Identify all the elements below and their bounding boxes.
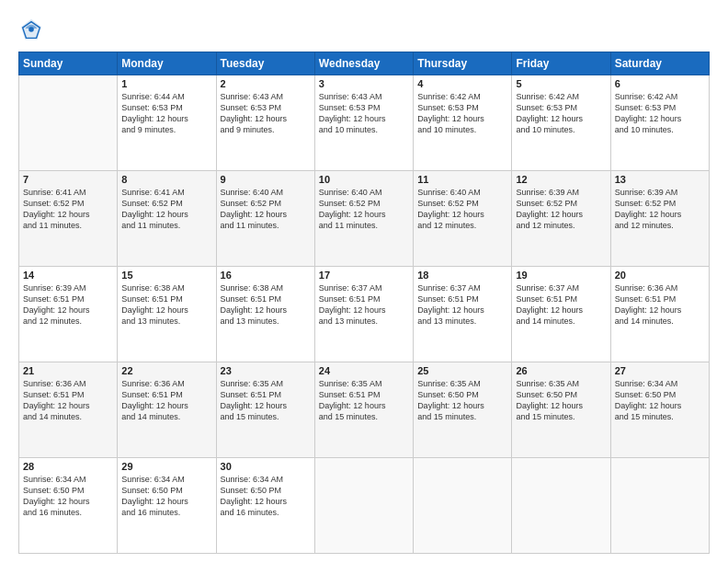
day-info: Sunrise: 6:39 AMSunset: 6:52 PMDaylight:… — [615, 187, 705, 232]
day-header-monday: Monday — [118, 52, 216, 75]
calendar-cell — [19, 75, 118, 171]
day-number: 5 — [516, 78, 606, 89]
day-info: Sunrise: 6:38 AMSunset: 6:51 PMDaylight:… — [221, 282, 311, 327]
day-number: 17 — [319, 270, 409, 281]
day-info: Sunrise: 6:34 AMSunset: 6:50 PMDaylight:… — [615, 378, 705, 423]
day-info: Sunrise: 6:39 AMSunset: 6:52 PMDaylight:… — [516, 187, 606, 232]
logo-icon — [18, 17, 44, 42]
day-info: Sunrise: 6:40 AMSunset: 6:52 PMDaylight:… — [319, 187, 409, 232]
calendar-cell: 9Sunrise: 6:40 AMSunset: 6:52 PMDaylight… — [216, 171, 314, 267]
day-info: Sunrise: 6:35 AMSunset: 6:51 PMDaylight:… — [319, 378, 409, 423]
calendar-cell: 29Sunrise: 6:34 AMSunset: 6:50 PMDayligh… — [118, 458, 216, 554]
calendar-week-1: 1Sunrise: 6:44 AMSunset: 6:53 PMDaylight… — [19, 75, 710, 171]
day-info: Sunrise: 6:34 AMSunset: 6:50 PMDaylight:… — [23, 474, 113, 519]
day-number: 14 — [23, 270, 113, 281]
day-number: 6 — [615, 78, 705, 89]
day-number: 28 — [23, 461, 113, 472]
calendar-week-4: 21Sunrise: 6:36 AMSunset: 6:51 PMDayligh… — [19, 362, 710, 458]
calendar-cell — [512, 458, 610, 554]
calendar-cell: 14Sunrise: 6:39 AMSunset: 6:51 PMDayligh… — [19, 267, 118, 362]
day-number: 22 — [121, 365, 211, 376]
day-number: 13 — [615, 174, 705, 185]
day-info: Sunrise: 6:37 AMSunset: 6:51 PMDaylight:… — [516, 282, 606, 327]
day-number: 20 — [615, 270, 705, 281]
day-header-friday: Friday — [512, 52, 610, 75]
day-number: 11 — [417, 174, 507, 185]
day-info: Sunrise: 6:34 AMSunset: 6:50 PMDaylight:… — [221, 474, 311, 519]
calendar-cell: 22Sunrise: 6:36 AMSunset: 6:51 PMDayligh… — [118, 362, 216, 458]
calendar-cell: 5Sunrise: 6:42 AMSunset: 6:53 PMDaylight… — [512, 75, 610, 171]
calendar: SundayMondayTuesdayWednesdayThursdayFrid… — [18, 52, 710, 554]
day-info: Sunrise: 6:37 AMSunset: 6:51 PMDaylight:… — [319, 282, 409, 327]
day-info: Sunrise: 6:38 AMSunset: 6:51 PMDaylight:… — [121, 282, 211, 327]
day-info: Sunrise: 6:40 AMSunset: 6:52 PMDaylight:… — [221, 187, 311, 232]
calendar-cell: 2Sunrise: 6:43 AMSunset: 6:53 PMDaylight… — [216, 75, 314, 171]
day-number: 4 — [417, 78, 507, 89]
calendar-cell: 15Sunrise: 6:38 AMSunset: 6:51 PMDayligh… — [118, 267, 216, 362]
calendar-week-2: 7Sunrise: 6:41 AMSunset: 6:52 PMDaylight… — [19, 171, 710, 267]
day-info: Sunrise: 6:35 AMSunset: 6:51 PMDaylight:… — [221, 378, 311, 423]
day-info: Sunrise: 6:41 AMSunset: 6:52 PMDaylight:… — [23, 187, 113, 232]
day-number: 12 — [516, 174, 606, 185]
day-info: Sunrise: 6:42 AMSunset: 6:53 PMDaylight:… — [516, 91, 606, 136]
day-number: 2 — [221, 78, 311, 89]
svg-point-2 — [28, 27, 34, 32]
calendar-cell — [414, 458, 512, 554]
day-header-saturday: Saturday — [610, 52, 709, 75]
day-number: 29 — [121, 461, 211, 472]
calendar-cell: 1Sunrise: 6:44 AMSunset: 6:53 PMDaylight… — [118, 75, 216, 171]
calendar-cell: 24Sunrise: 6:35 AMSunset: 6:51 PMDayligh… — [314, 362, 413, 458]
calendar-cell: 20Sunrise: 6:36 AMSunset: 6:51 PMDayligh… — [610, 267, 709, 362]
calendar-cell: 10Sunrise: 6:40 AMSunset: 6:52 PMDayligh… — [314, 171, 413, 267]
calendar-cell: 26Sunrise: 6:35 AMSunset: 6:50 PMDayligh… — [512, 362, 610, 458]
logo — [18, 17, 48, 42]
calendar-cell — [314, 458, 413, 554]
day-number: 21 — [23, 365, 113, 376]
day-info: Sunrise: 6:35 AMSunset: 6:50 PMDaylight:… — [417, 378, 507, 423]
calendar-cell — [610, 458, 709, 554]
day-number: 10 — [319, 174, 409, 185]
day-number: 8 — [121, 174, 211, 185]
day-info: Sunrise: 6:42 AMSunset: 6:53 PMDaylight:… — [615, 91, 705, 136]
calendar-cell: 12Sunrise: 6:39 AMSunset: 6:52 PMDayligh… — [512, 171, 610, 267]
day-header-wednesday: Wednesday — [314, 52, 413, 75]
day-info: Sunrise: 6:44 AMSunset: 6:53 PMDaylight:… — [121, 91, 211, 136]
calendar-header-row: SundayMondayTuesdayWednesdayThursdayFrid… — [19, 52, 710, 75]
day-info: Sunrise: 6:36 AMSunset: 6:51 PMDaylight:… — [615, 282, 705, 327]
day-number: 7 — [23, 174, 113, 185]
day-info: Sunrise: 6:34 AMSunset: 6:50 PMDaylight:… — [121, 474, 211, 519]
day-number: 27 — [615, 365, 705, 376]
day-info: Sunrise: 6:43 AMSunset: 6:53 PMDaylight:… — [319, 91, 409, 136]
calendar-cell: 3Sunrise: 6:43 AMSunset: 6:53 PMDaylight… — [314, 75, 413, 171]
day-number: 3 — [319, 78, 409, 89]
day-info: Sunrise: 6:35 AMSunset: 6:50 PMDaylight:… — [516, 378, 606, 423]
day-number: 18 — [417, 270, 507, 281]
calendar-cell: 25Sunrise: 6:35 AMSunset: 6:50 PMDayligh… — [414, 362, 512, 458]
calendar-cell: 13Sunrise: 6:39 AMSunset: 6:52 PMDayligh… — [610, 171, 709, 267]
day-info: Sunrise: 6:43 AMSunset: 6:53 PMDaylight:… — [221, 91, 311, 136]
calendar-cell: 4Sunrise: 6:42 AMSunset: 6:53 PMDaylight… — [414, 75, 512, 171]
calendar-cell: 16Sunrise: 6:38 AMSunset: 6:51 PMDayligh… — [216, 267, 314, 362]
day-number: 24 — [319, 365, 409, 376]
day-info: Sunrise: 6:39 AMSunset: 6:51 PMDaylight:… — [23, 282, 113, 327]
calendar-cell: 11Sunrise: 6:40 AMSunset: 6:52 PMDayligh… — [414, 171, 512, 267]
day-number: 16 — [221, 270, 311, 281]
day-info: Sunrise: 6:40 AMSunset: 6:52 PMDaylight:… — [417, 187, 507, 232]
calendar-week-3: 14Sunrise: 6:39 AMSunset: 6:51 PMDayligh… — [19, 267, 710, 362]
day-number: 26 — [516, 365, 606, 376]
calendar-cell: 27Sunrise: 6:34 AMSunset: 6:50 PMDayligh… — [610, 362, 709, 458]
day-header-tuesday: Tuesday — [216, 52, 314, 75]
day-info: Sunrise: 6:36 AMSunset: 6:51 PMDaylight:… — [121, 378, 211, 423]
day-number: 23 — [221, 365, 311, 376]
calendar-cell: 19Sunrise: 6:37 AMSunset: 6:51 PMDayligh… — [512, 267, 610, 362]
calendar-cell: 7Sunrise: 6:41 AMSunset: 6:52 PMDaylight… — [19, 171, 118, 267]
day-info: Sunrise: 6:42 AMSunset: 6:53 PMDaylight:… — [417, 91, 507, 136]
header — [18, 17, 710, 42]
day-header-thursday: Thursday — [414, 52, 512, 75]
day-header-sunday: Sunday — [19, 52, 118, 75]
day-number: 15 — [121, 270, 211, 281]
day-info: Sunrise: 6:37 AMSunset: 6:51 PMDaylight:… — [417, 282, 507, 327]
calendar-cell: 21Sunrise: 6:36 AMSunset: 6:51 PMDayligh… — [19, 362, 118, 458]
calendar-cell: 8Sunrise: 6:41 AMSunset: 6:52 PMDaylight… — [118, 171, 216, 267]
day-info: Sunrise: 6:36 AMSunset: 6:51 PMDaylight:… — [23, 378, 113, 423]
